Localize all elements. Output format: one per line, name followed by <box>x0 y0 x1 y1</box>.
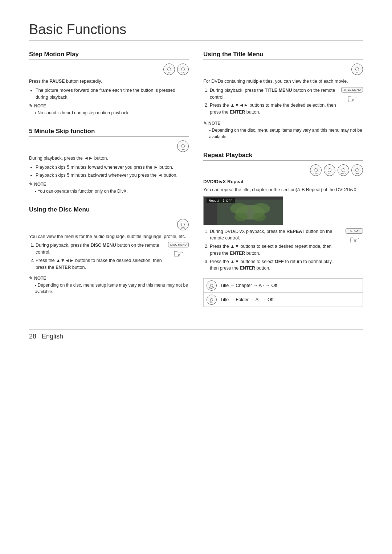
step-motion-note-content: No sound is heard during step motion pla… <box>35 110 189 116</box>
disc-dvd-icon: DVD <box>177 219 189 230</box>
step-motion-note-title: NOTE <box>29 103 189 108</box>
title-menu-steps-with-image: During playback, press the TITLE MENU bu… <box>203 87 363 118</box>
title-menu-steps: During playback, press the TITLE MENU bu… <box>203 87 338 118</box>
step-motion-desc: Press the PAUSE button repeatedly. <box>29 78 189 85</box>
svg-point-2 <box>230 203 248 214</box>
title-dvd-icon: DVD <box>351 63 363 75</box>
disc-menu-note-content: Depending on the disc, menu setup items … <box>35 282 189 295</box>
step-motion-section: Step Motion Play DVD Dv Press the PAUSE … <box>29 51 189 116</box>
repeat-step-3: Press the ▲▼ buttons to select OFF to re… <box>210 258 342 272</box>
five-minute-section: 5 Minute Skip function On1 During playba… <box>29 128 189 194</box>
svg-point-5 <box>253 213 266 221</box>
repeat-label: Repeat <box>209 199 219 202</box>
disc-menu-icons: DVD <box>29 219 189 230</box>
repeat-off-label: ⇕ OFF <box>222 199 233 202</box>
title-menu-step-2: Press the ▲▼◄► buttons to make the desir… <box>210 102 338 116</box>
step-motion-bullets: The picture moves forward one frame each… <box>36 87 189 101</box>
five-minute-note-title: NOTE <box>29 182 189 187</box>
disc-menu-step-1: During playback, press the DISC MENU but… <box>36 242 164 256</box>
step-motion-bullet-1: The picture moves forward one frame each… <box>36 87 189 101</box>
disc-menu-steps: During playback, press the DISC MENU but… <box>29 242 164 273</box>
disc-menu-hand-icon: ☞ <box>173 248 184 260</box>
title-menu-desc: For DVDs containing multiple titles, you… <box>203 78 363 85</box>
dvd-icon: DVD <box>163 63 175 75</box>
repeat-screen: Repeat ⇕ OFF <box>203 196 283 225</box>
repeat-step-1: During DVD/DivX playback, press the REPE… <box>210 228 342 242</box>
five-minute-bullet-1: Playback skips 5 minutes forward wheneve… <box>36 164 189 171</box>
title-menu-remote-btn: TITLE MENU <box>341 87 363 93</box>
title-menu-section: Using the Title Menu DVD For DVDs contai… <box>203 51 363 140</box>
title-menu-ol: During playback, press the TITLE MENU bu… <box>210 87 338 116</box>
five-minute-note: NOTE You can operate this function only … <box>29 182 189 194</box>
title-menu-note-content: Depending on the disc, menu setup items … <box>209 127 363 140</box>
disc-menu-note: NOTE Depending on the disc, menu setup i… <box>29 276 189 295</box>
title-menu-step-1: During playback, press the TITLE MENU bu… <box>210 87 338 101</box>
repeat-row-1-text: Title → Chapter → A - → Off <box>220 283 277 288</box>
repeat-row-1: DVD Title → Chapter → A - → Off <box>204 279 363 293</box>
five-minute-bullets: Playback skips 5 minutes forward wheneve… <box>36 164 189 179</box>
repeat-steps: During DVD/DivX playback, press the REPE… <box>203 228 342 274</box>
repeat-hand-icon: ☞ <box>349 234 360 246</box>
disc-menu-remote: DISC MENU ☞ <box>168 242 189 260</box>
repeat-dvd-icon: DVD <box>310 164 322 176</box>
disc-menu-steps-with-image: During playback, press the DISC MENU but… <box>29 242 189 273</box>
disc-menu-ol: During playback, press the DISC MENU but… <box>36 242 164 271</box>
disc-menu-remote-btn: DISC MENU <box>168 242 189 247</box>
five-minute-icons: On1 <box>29 140 189 152</box>
repeat-row-1-icon: DVD <box>207 280 217 291</box>
repeat-remote: REPEAT ☞ <box>346 228 363 246</box>
title-menu-note: NOTE Depending on the disc, menu setup i… <box>203 121 363 140</box>
butterfly-bg <box>217 200 283 225</box>
repeat-row-2: Dv Title → Folder → All → Off <box>204 293 363 307</box>
repeat-row-2-icon: Dv <box>207 295 217 305</box>
step-motion-note: NOTE No sound is heard during step motio… <box>29 103 189 116</box>
title-menu-note-title: NOTE <box>203 121 363 126</box>
disc-menu-desc: You can view the menus for the audio lan… <box>29 233 189 240</box>
disc-menu-step-2: Press the ▲▼◄► buttons to make the desir… <box>36 257 164 271</box>
five-minute-bullet-2: Playback skips 5 minutes backward whenev… <box>36 172 189 179</box>
repeat-remote-btn: REPEAT <box>346 228 363 234</box>
repeat-table: DVD Title → Chapter → A - → Off Dv Title… <box>203 278 363 307</box>
right-column: Using the Title Menu DVD For DVDs contai… <box>203 51 363 319</box>
dvdx-repeat-title: DVD/DivX Repeat <box>203 179 363 184</box>
five-minute-note-content: You can operate this function only on th… <box>35 188 189 194</box>
repeat-step-2: Press the ▲▼ buttons to select a desired… <box>210 243 342 257</box>
five-minute-desc: During playback, press the ◄► button. <box>29 155 189 162</box>
title-menu-title: Using the Title Menu <box>203 51 363 60</box>
svg-point-4 <box>234 213 248 221</box>
page-lang: English <box>42 333 63 340</box>
page: Basic Functions Step Motion Play DVD Dv … <box>29 22 363 340</box>
dv-icon: Dv <box>177 63 189 75</box>
two-column-layout: Step Motion Play DVD Dv Press the PAUSE … <box>29 51 363 319</box>
page-num: 28 <box>29 333 36 340</box>
on1-icon: On1 <box>177 140 189 152</box>
step-motion-icons: DVD Dv <box>29 63 189 75</box>
svg-point-3 <box>252 203 270 214</box>
repeat-row-2-text: Title → Folder → All → Off <box>220 297 274 302</box>
dvdx-desc: You can repeat the title, chapter or the… <box>203 186 363 193</box>
repeat-cd-icon: CD <box>324 164 335 176</box>
repeat-bar: Repeat ⇕ OFF <box>207 198 235 203</box>
page-title: Basic Functions <box>29 22 363 41</box>
repeat-steps-with-hand: During DVD/DivX playback, press the REPE… <box>203 228 363 274</box>
left-column: Step Motion Play DVD Dv Press the PAUSE … <box>29 51 189 319</box>
disc-menu-note-title: NOTE <box>29 276 189 281</box>
repeat-mp3-icon: MP3 <box>338 164 349 176</box>
step-motion-title: Step Motion Play <box>29 51 189 60</box>
title-menu-remote: TITLE MENU ☞ <box>341 87 363 105</box>
repeat-playback-section: Repeat Playback DVD CD MP3 DivX DVD/DivX… <box>203 152 363 307</box>
disc-menu-section: Using the Disc Menu DVD You can view the… <box>29 206 189 295</box>
five-minute-title: 5 Minute Skip function <box>29 128 189 137</box>
repeat-divx-icon: DivX <box>351 164 363 176</box>
repeat-playback-icons: DVD CD MP3 DivX <box>203 164 363 176</box>
page-footer: 28 English <box>29 329 363 340</box>
title-menu-icons: DVD <box>203 63 363 75</box>
repeat-ol: During DVD/DivX playback, press the REPE… <box>210 228 342 272</box>
repeat-playback-title: Repeat Playback <box>203 152 363 161</box>
title-menu-hand-icon: ☞ <box>347 93 358 105</box>
disc-menu-title: Using the Disc Menu <box>29 206 189 215</box>
